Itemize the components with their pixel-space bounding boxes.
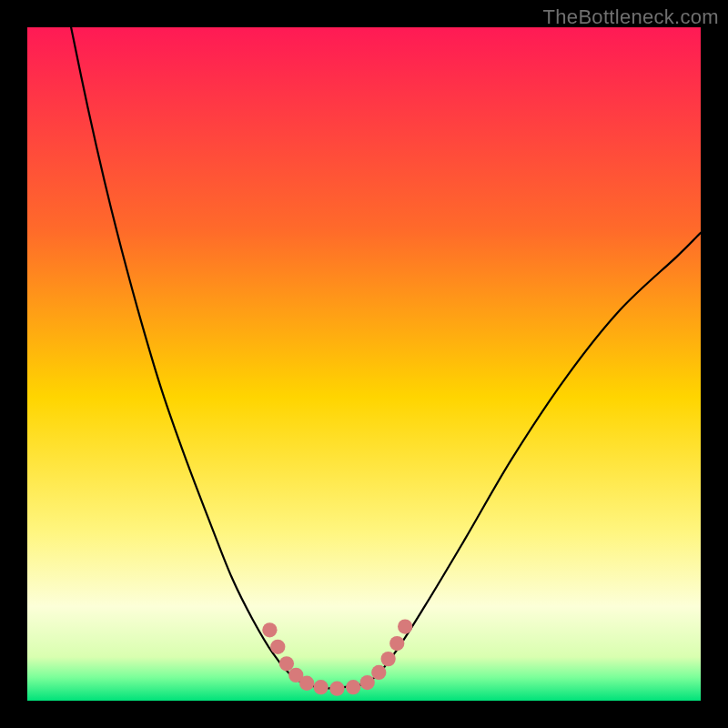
valley-dot (371, 665, 386, 680)
plot-area (27, 27, 701, 701)
valley-dot (346, 680, 360, 694)
watermark-text: TheBottleneck.com (543, 5, 719, 29)
valley-dot (398, 619, 412, 633)
valley-dot (279, 656, 294, 671)
valley-dot (381, 652, 396, 666)
valley-dot (299, 676, 314, 691)
chart-svg (27, 27, 701, 701)
valley-dot (270, 640, 285, 654)
chart-background (27, 27, 701, 701)
chart-frame: TheBottleneck.com (0, 0, 728, 728)
valley-dot (262, 622, 277, 637)
valley-dot (360, 675, 375, 690)
valley-dot (314, 680, 329, 694)
valley-dot (389, 636, 404, 651)
valley-dot (329, 682, 344, 696)
